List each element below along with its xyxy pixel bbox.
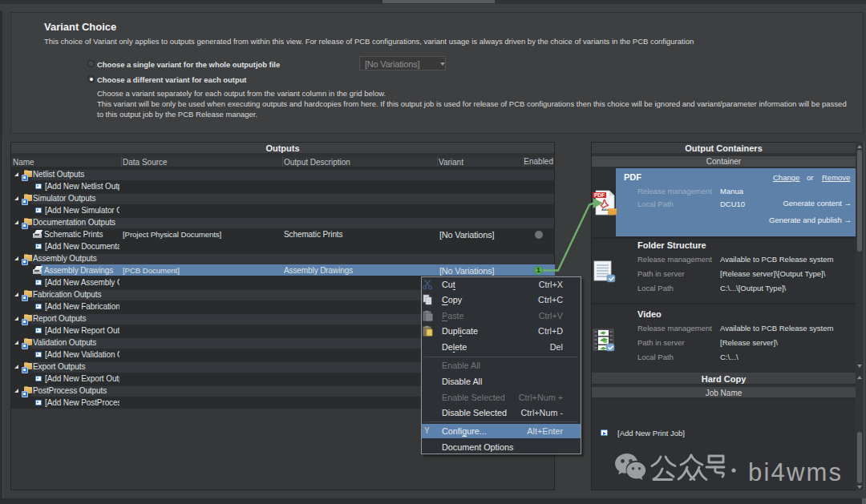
svg-text:bi4wms: bi4wms	[748, 458, 843, 486]
